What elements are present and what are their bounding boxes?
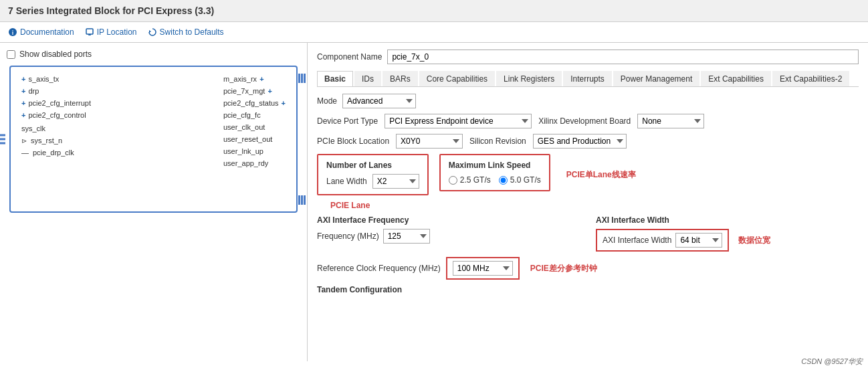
port-pcie-drp-clk: — pcie_drp_clk <box>21 149 91 157</box>
speed-2-5-radio[interactable] <box>449 176 457 185</box>
pcie-block-location-label: PCIe Block Location <box>317 136 389 146</box>
show-disabled-label: Show disabled ports <box>19 50 92 59</box>
main-content: Show disabled ports <box>0 43 868 361</box>
location-icon <box>85 27 94 37</box>
component-name-label: Component Name <box>317 52 382 62</box>
tab-ext-capabilities-2[interactable]: Ext Capabilities-2 <box>772 71 849 86</box>
tab-core-capabilities[interactable]: Core Capabilities <box>419 71 495 86</box>
axi-section: AXI Interface Frequency Frequency (MHz) … <box>317 215 859 252</box>
lane-width-select[interactable]: X2 X1 X4 X8 <box>372 174 419 189</box>
max-link-speed-title: Maximum Link Speed <box>449 161 541 170</box>
right-panel: Component Name Basic IDs BARs Core Capab… <box>308 43 868 361</box>
axi-width-box: AXI Interface Width 64 bit 32 bit 128 bi… <box>596 229 729 252</box>
documentation-button[interactable]: i Documentation <box>8 27 74 37</box>
max-link-speed-box: Maximum Link Speed 2.5 GT/s 5.0 GT/s <box>439 154 550 191</box>
mode-label: Mode <box>317 96 337 106</box>
show-disabled-row: Show disabled ports <box>7 50 300 59</box>
ip-location-button[interactable]: IP Location <box>85 27 137 37</box>
axi-width-col: AXI Interface Width AXI Interface Width … <box>596 215 859 252</box>
tab-basic[interactable]: Basic <box>317 71 353 86</box>
num-lanes-box: Number of Lanes Lane Width X2 X1 X4 X8 <box>317 154 429 195</box>
port-user-clk-out: user_clk_out <box>223 123 286 131</box>
tab-ext-capabilities[interactable]: Ext Capabilities <box>701 71 771 86</box>
block-diagram: + s_axis_tx + drp + pcie2_cfg_interrupt <box>9 66 298 213</box>
component-name-row: Component Name <box>317 50 859 64</box>
axi-width-annotation: 数据位宽 <box>738 235 770 246</box>
silicon-revision-label: Silicon Revision <box>469 136 526 146</box>
ref-clock-row: Reference Clock Frequency (MHz) 100 MHz … <box>317 257 859 280</box>
silicon-revision-select[interactable]: GES and Production <box>533 134 627 149</box>
port-user-reset-out: user_reset_out <box>223 135 286 143</box>
port-pcie2-cfg-interrupt: + pcie2_cfg_interrupt <box>21 99 91 107</box>
speed-5-0-radio[interactable] <box>499 176 508 185</box>
freq-label: Frequency (MHz) <box>317 231 379 241</box>
link-speed-radio-row: 2.5 GT/s 5.0 GT/s <box>449 175 541 185</box>
title-bar: 7 Series Integrated Block for PCI Expres… <box>0 0 868 22</box>
axi-freq-col: AXI Interface Frequency Frequency (MHz) … <box>317 215 580 252</box>
port-sys-clk: sys_clk <box>21 124 91 132</box>
pcie-block-location-row: PCIe Block Location X0Y0 Silicon Revisio… <box>317 134 859 149</box>
port-pcie2-cfg-status: pcie2_cfg_status + <box>223 99 286 107</box>
lane-width-label: Lane Width <box>326 177 367 186</box>
lane-width-row: Lane Width X2 X1 X4 X8 <box>326 174 419 189</box>
switch-to-defaults-button[interactable]: Switch to Defaults <box>148 27 224 37</box>
toolbar: i Documentation IP Location Switch to De… <box>0 22 868 43</box>
port-pcie2-cfg-control: + pcie2_cfg_control <box>21 111 91 119</box>
pcie-block-location-select[interactable]: X0Y0 <box>396 134 463 149</box>
tab-link-registers[interactable]: Link Registers <box>496 71 562 86</box>
right-connectors-bottom <box>298 195 306 205</box>
tab-power-management[interactable]: Power Management <box>613 71 699 86</box>
axi-width-select[interactable]: 64 bit 32 bit 128 bit <box>675 233 722 248</box>
port-sys-rst-n: ⊳ sys_rst_n <box>21 136 91 145</box>
svg-marker-5 <box>149 30 151 33</box>
mode-select[interactable]: Advanced Basic <box>342 94 416 108</box>
svg-text:i: i <box>12 29 14 36</box>
tandem-label: Tandem Configuration <box>317 285 859 294</box>
ref-clock-select[interactable]: 100 MHz 125 MHz 250 MHz <box>453 261 513 276</box>
device-port-type-select[interactable]: PCI Express Endpoint device <box>385 114 532 128</box>
ports-left: + s_axis_tx + drp + pcie2_cfg_interrupt <box>16 75 91 203</box>
axi-freq-title: AXI Interface Frequency <box>317 215 580 225</box>
pcie-single-lane-annotation: PCIE单Lane线速率 <box>566 169 636 181</box>
tab-ids[interactable]: IDs <box>354 71 381 86</box>
axi-freq-row: Frequency (MHz) 125 62.5 250 <box>317 229 580 244</box>
port-pcie-7x-mgt: pcie_7x_mgt + <box>223 87 286 95</box>
xilinx-dev-board-select[interactable]: None <box>637 114 704 128</box>
speed-5-0-option[interactable]: 5.0 GT/s <box>499 175 541 185</box>
tab-interrupts[interactable]: Interrupts <box>563 71 612 86</box>
mode-row: Mode Advanced Basic <box>317 94 859 108</box>
port-pcie-cfg-fc: pcie_cfg_fc + <box>223 111 286 119</box>
app-title: 7 Series Integrated Block for PCI Expres… <box>8 5 214 16</box>
axi-width-label: AXI Interface Width <box>603 236 671 245</box>
device-port-type-row: Device Port Type PCI Express Endpoint de… <box>317 114 859 128</box>
tab-bar: Basic IDs BARs Core Capabilities Link Re… <box>317 71 859 87</box>
port-user-app-rdy: user_app_rdy <box>223 159 286 167</box>
port-user-lnk-up: user_lnk_up <box>223 147 286 155</box>
xilinx-dev-board-label: Xilinx Development Board <box>538 116 631 126</box>
port-s-axis-tx: + s_axis_tx <box>21 75 91 83</box>
ref-clock-box: 100 MHz 125 MHz 250 MHz <box>446 257 520 280</box>
left-panel: Show disabled ports <box>0 43 308 361</box>
ref-clock-label: Reference Clock Frequency (MHz) <box>317 264 441 273</box>
show-disabled-checkbox[interactable] <box>7 50 15 59</box>
port-drp: + drp <box>21 87 91 95</box>
watermark: CSDN @9527华安 <box>801 357 863 361</box>
num-lanes-title: Number of Lanes <box>326 161 419 170</box>
axi-width-title: AXI Interface Width <box>596 215 859 225</box>
info-icon: i <box>8 27 17 37</box>
block-wrapper: + s_axis_tx + drp + pcie2_cfg_interrupt <box>9 66 298 213</box>
left-connectors <box>0 134 5 145</box>
lanes-speed-row: Number of Lanes Lane Width X2 X1 X4 X8 M… <box>317 154 859 195</box>
freq-select[interactable]: 125 62.5 250 <box>383 229 430 244</box>
port-m-axis-rx: m_axis_rx + <box>223 75 286 83</box>
right-connectors-top <box>298 74 306 83</box>
component-name-input[interactable] <box>387 50 859 64</box>
axi-width-row: AXI Interface Width 64 bit 32 bit 128 bi… <box>596 229 859 252</box>
ports-right: m_axis_rx + pcie_7x_mgt + pcie2_cfg_stat… <box>223 75 291 203</box>
device-port-type-label: Device Port Type <box>317 116 378 126</box>
ref-clock-annotation: PCIE差分参考时钟 <box>530 263 597 274</box>
tab-bars[interactable]: BARs <box>383 71 418 86</box>
pcie-lane-annotation: PCIE Lane <box>330 201 859 210</box>
svg-rect-2 <box>86 29 93 34</box>
speed-2-5-option[interactable]: 2.5 GT/s <box>449 175 491 185</box>
